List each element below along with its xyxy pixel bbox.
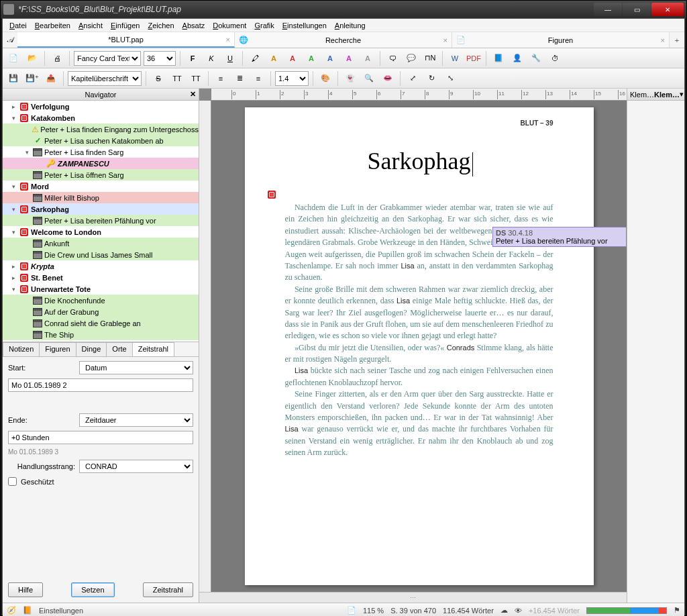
detail-tab-notizen[interactable]: Notizen (3, 342, 40, 356)
tab-document[interactable]: *BLUT.pap × (17, 32, 235, 48)
paragraph-style-select[interactable]: Kapitelüberschrift art (68, 71, 142, 86)
clipboard-tab-2[interactable]: Klem… (654, 91, 680, 99)
align-left-icon[interactable]: ≡ (213, 70, 229, 87)
nav-scene[interactable]: ✓Peter + Lisa suchen Katakomben ab (3, 135, 199, 146)
nav-scene[interactable]: ⚠Peter + Lisa finden Eingang zum Unterge… (3, 123, 199, 135)
palette-icon[interactable]: 🎨 (317, 70, 333, 87)
color-a-icon[interactable]: A (341, 50, 357, 66)
close-navigator-icon[interactable]: ✕ (190, 90, 196, 99)
horizontal-ruler[interactable]: 012345678910111213141516 (211, 89, 627, 101)
nav-scene[interactable]: Ankunft (3, 238, 199, 249)
close-tab-icon[interactable]: × (226, 36, 230, 44)
detail-tab-orte[interactable]: Orte (106, 342, 132, 356)
detail-tab-zeitstrahl[interactable]: Zeitstrahl (132, 342, 174, 356)
export-word-icon[interactable]: W (447, 50, 463, 66)
add-tab-button[interactable]: + (670, 32, 684, 48)
menu-einfügen[interactable]: Einfügen (107, 20, 144, 31)
color-a-icon[interactable]: A (322, 50, 338, 66)
close-tab-icon[interactable]: × (443, 36, 447, 44)
menu-dokument[interactable]: Dokument (209, 20, 250, 31)
start-mode-select[interactable]: Datum (79, 361, 193, 374)
menu-einstellungen[interactable]: Einstellungen (278, 20, 331, 31)
new-file-icon[interactable]: 📄 (5, 50, 21, 66)
page-viewport[interactable]: BLUT – 39 Sarkophag Nachdem die Luft in … (211, 101, 627, 592)
subscript-icon[interactable]: TT (188, 70, 204, 87)
menu-absatz[interactable]: Absatz (178, 20, 209, 31)
zoom-level[interactable]: 115 % (363, 607, 384, 615)
collapse-icon[interactable]: ⤡ (442, 70, 458, 87)
menu-anleitung[interactable]: Anleitung (331, 20, 370, 31)
menu-zeichen[interactable]: Zeichen (144, 20, 178, 31)
align-right-icon[interactable]: ≡ (250, 70, 266, 87)
paragraph[interactable]: Seine Finger zitterten, als er den Arm q… (285, 389, 553, 458)
search-icon[interactable]: 🔍 (361, 70, 377, 87)
settings-label[interactable]: Einstellungen (39, 607, 83, 615)
nav-chapter[interactable]: ▾Sarkophag (3, 203, 199, 215)
nav-chapter[interactable]: ▸Verfolgung (3, 101, 199, 112)
close-button[interactable]: ✕ (651, 3, 684, 16)
page-nav-icon[interactable]: 📄 (347, 606, 356, 615)
note-icon[interactable]: 🗨 (384, 50, 401, 66)
book-icon[interactable]: 📙 (23, 606, 32, 615)
menu-datei[interactable]: Datei (5, 20, 31, 31)
set-button[interactable]: Setzen (71, 582, 114, 597)
detail-tab-figuren[interactable]: Figuren (39, 342, 76, 356)
menu-bearbeiten[interactable]: Bearbeiten (31, 20, 74, 31)
nav-scene[interactable]: Die Crew und Lisas James Small (3, 249, 199, 260)
protected-checkbox[interactable] (8, 477, 17, 486)
underline-icon[interactable]: U (222, 50, 238, 66)
lips-icon[interactable]: 👄 (380, 70, 396, 87)
navigator-tree[interactable]: ▸Verfolgung▾Katakomben⚠Peter + Lisa find… (3, 101, 199, 342)
object-icon[interactable]: 📘 (490, 50, 507, 66)
thing-icon[interactable]: 🔧 (528, 50, 544, 66)
person-icon[interactable]: 👤 (509, 50, 525, 66)
help-button[interactable]: Hilfe (8, 582, 43, 597)
color-a-icon[interactable]: A (360, 50, 376, 66)
margin-annotation[interactable]: DS 30.4.18 Peter + Lisa bereiten Pfählun… (492, 227, 627, 247)
nav-scene[interactable]: Auf der Grabung (3, 306, 199, 317)
save-icon[interactable]: 💾 (5, 70, 21, 87)
font-size-select[interactable]: 36 (144, 51, 176, 66)
paragraph[interactable]: Lisa bückte sich nach seiner Tasche und … (285, 365, 553, 389)
bracket-n-icon[interactable]: ⊓N (422, 50, 438, 66)
font-family-select[interactable]: Fancy Card Text (74, 51, 141, 66)
end-value-input[interactable] (8, 431, 193, 444)
export-pdf-icon[interactable]: PDF (466, 50, 482, 66)
ghost-icon[interactable]: 👻 (342, 70, 358, 87)
color-a-icon[interactable]: A (284, 50, 301, 66)
strike-icon[interactable]: S (150, 70, 166, 87)
nav-scene[interactable]: Peter + Lisa öffnen Sarg (3, 169, 199, 181)
italic-icon[interactable]: K (203, 50, 219, 66)
nav-scene[interactable]: ▾Peter + Lisa finden Sarg (3, 146, 199, 158)
menu-ansicht[interactable]: Ansicht (74, 20, 107, 31)
open-folder-icon[interactable]: 📂 (24, 50, 40, 66)
timeline-icon[interactable]: ⏱ (547, 50, 563, 66)
print-icon[interactable]: 🖨 (49, 50, 65, 66)
nav-chapter[interactable]: ▾Katakomben (3, 112, 199, 123)
nav-scene[interactable]: Die Knochenfunde (3, 295, 199, 306)
superscript-icon[interactable]: TT (169, 70, 185, 87)
note2-icon[interactable]: 💬 (403, 50, 419, 66)
tab-recherche[interactable]: 🌐 Recherche × (235, 32, 452, 48)
nav-scene[interactable]: 🔑ZAMPANESCU (3, 158, 199, 169)
cloud-icon[interactable]: ☁ (500, 606, 508, 615)
chapter-title[interactable]: Sarkophag (285, 147, 553, 175)
eye-icon[interactable]: 👁 (515, 607, 522, 615)
flag-icon[interactable]: ⚑ (674, 606, 680, 615)
color-a-icon[interactable]: A (303, 50, 319, 66)
nav-chapter[interactable]: ▸Krypta (3, 260, 199, 272)
horizontal-scrollbar[interactable]: ⋯ (199, 592, 627, 603)
tab-figuren[interactable]: 📄 Figuren × (452, 32, 670, 48)
nav-chapter[interactable]: ▾Mord (3, 181, 199, 192)
export-icon[interactable]: 📤 (43, 70, 59, 87)
nav-chapter[interactable]: ▸St. Benet (3, 272, 199, 283)
minimize-button[interactable]: — (594, 3, 622, 16)
nav-chapter[interactable]: ▾Welcome to London (3, 226, 199, 238)
clipboard-tab[interactable]: Klem… (630, 91, 654, 99)
paragraph[interactable]: Seine große Brille mit dem schweren Rahm… (285, 284, 553, 342)
align-center-icon[interactable]: ≣ (231, 70, 248, 87)
menu-grafik[interactable]: Grafik (250, 20, 278, 31)
nav-scene[interactable]: Conrad sieht die Grablege an (3, 317, 199, 329)
close-tab-icon[interactable]: × (661, 36, 665, 44)
nav-scene[interactable]: Peter + Lisa bereiten Pfählung vor (3, 215, 199, 226)
